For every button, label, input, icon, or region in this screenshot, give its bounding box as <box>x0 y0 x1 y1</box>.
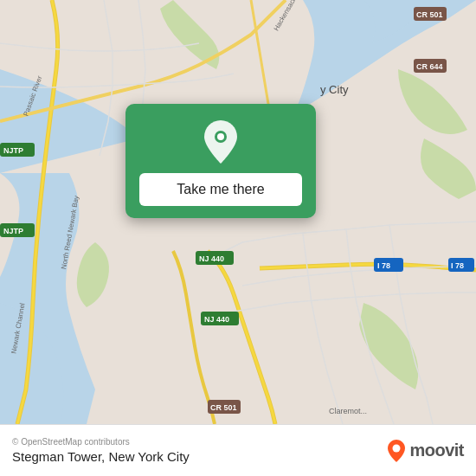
moovit-text: moovit <box>409 441 464 460</box>
svg-text:NJ 440: NJ 440 <box>204 315 229 324</box>
location-name: Stegman Tower, New York City <box>12 449 190 464</box>
svg-text:CR 501: CR 501 <box>416 10 443 19</box>
svg-point-26 <box>217 133 224 140</box>
bottom-bar: © OpenStreetMap contributors Stegman Tow… <box>0 424 476 476</box>
svg-text:Claremot...: Claremot... <box>329 407 367 415</box>
svg-text:NJTP: NJTP <box>3 227 23 235</box>
svg-point-27 <box>393 444 401 452</box>
moovit-pin-icon <box>387 439 406 463</box>
svg-text:I 78: I 78 <box>451 261 464 270</box>
pin-icon-wrapper <box>198 119 243 164</box>
moovit-logo[interactable]: moovit <box>387 439 464 463</box>
svg-text:CR 501: CR 501 <box>210 403 237 412</box>
svg-text:NJ 440: NJ 440 <box>199 254 224 263</box>
svg-text:I 78: I 78 <box>377 261 390 270</box>
svg-text:CR 644: CR 644 <box>416 62 443 71</box>
location-pin-icon <box>201 119 241 165</box>
osm-attribution: © OpenStreetMap contributors <box>12 437 190 447</box>
bottom-bar-left: © OpenStreetMap contributors Stegman Tow… <box>12 437 190 464</box>
svg-text:NJTP: NJTP <box>3 146 23 155</box>
take-me-there-button[interactable]: Take me there <box>139 173 302 206</box>
tooltip-card: Take me there <box>125 104 316 218</box>
map-container: NJTP NJTP NJ 440 NJ 440 I 78 I 78 CR 501… <box>0 0 476 424</box>
svg-text:y City: y City <box>320 83 349 96</box>
